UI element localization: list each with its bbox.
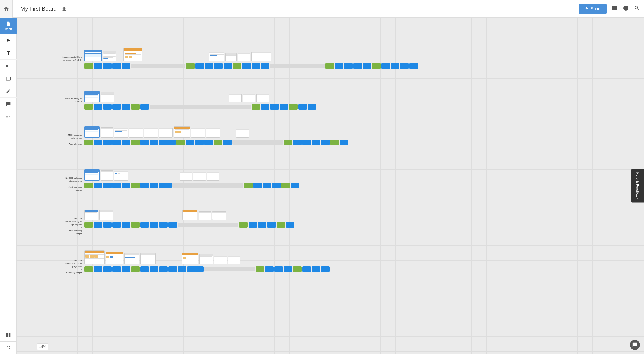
card[interactable]	[94, 140, 102, 145]
comment-tool[interactable]	[0, 98, 17, 110]
card[interactable]	[131, 104, 140, 110]
card[interactable]	[302, 140, 311, 145]
card[interactable]	[293, 140, 302, 145]
card[interactable]	[140, 222, 149, 228]
card[interactable]	[253, 183, 262, 188]
card[interactable]	[289, 104, 298, 110]
card[interactable]	[286, 222, 294, 228]
card[interactable]	[178, 266, 186, 272]
shape-tool[interactable]	[0, 60, 17, 72]
card[interactable]	[103, 183, 112, 188]
card[interactable]	[140, 104, 149, 110]
card[interactable]	[409, 63, 418, 69]
card[interactable]	[277, 222, 285, 228]
card[interactable]	[112, 266, 121, 272]
card[interactable]	[214, 63, 223, 69]
card[interactable]	[391, 63, 399, 69]
card[interactable]	[233, 63, 241, 69]
pen-tool[interactable]	[0, 85, 17, 98]
card[interactable]	[112, 183, 121, 188]
card[interactable]	[186, 63, 195, 69]
card[interactable]	[103, 63, 112, 69]
card[interactable]	[261, 63, 269, 69]
card[interactable]	[263, 183, 271, 188]
card[interactable]	[223, 140, 232, 145]
text-tool[interactable]: T	[0, 47, 17, 60]
card[interactable]	[258, 222, 266, 228]
search-icon[interactable]	[634, 5, 640, 12]
card[interactable]	[140, 183, 149, 188]
card[interactable]	[344, 63, 353, 69]
card[interactable]	[187, 266, 204, 272]
card[interactable]	[84, 140, 93, 145]
card[interactable]	[131, 140, 140, 145]
grid-view-tool[interactable]	[0, 329, 17, 341]
card[interactable]	[267, 222, 276, 228]
card[interactable]	[131, 183, 140, 188]
rectangle-tool[interactable]	[0, 72, 17, 85]
card[interactable]	[195, 140, 204, 145]
card[interactable]	[249, 222, 257, 228]
card[interactable]	[103, 140, 112, 145]
card[interactable]	[265, 266, 274, 272]
card[interactable]	[159, 266, 168, 272]
card[interactable]	[150, 140, 158, 145]
card[interactable]	[140, 266, 149, 272]
home-button[interactable]	[0, 0, 13, 18]
card[interactable]	[353, 63, 362, 69]
card[interactable]	[302, 266, 311, 272]
card[interactable]	[298, 104, 307, 110]
card[interactable]	[112, 104, 121, 110]
card[interactable]	[205, 63, 213, 69]
card[interactable]	[312, 266, 320, 272]
card[interactable]	[176, 140, 185, 145]
card[interactable]	[261, 104, 269, 110]
card[interactable]	[168, 222, 177, 228]
card[interactable]	[308, 104, 316, 110]
card[interactable]	[159, 222, 168, 228]
card[interactable]	[270, 104, 279, 110]
card[interactable]	[84, 104, 93, 110]
card[interactable]	[84, 222, 93, 228]
card[interactable]	[252, 104, 260, 110]
card[interactable]	[150, 222, 158, 228]
card[interactable]	[122, 183, 130, 188]
card[interactable]	[400, 63, 409, 69]
card[interactable]	[281, 183, 290, 188]
card[interactable]	[256, 266, 264, 272]
card[interactable]	[204, 140, 213, 145]
share-button[interactable]: Share	[579, 4, 607, 14]
card[interactable]	[122, 266, 130, 272]
card[interactable]	[103, 266, 112, 272]
card[interactable]	[103, 222, 112, 228]
card[interactable]	[84, 266, 93, 272]
card[interactable]	[168, 266, 177, 272]
card[interactable]	[112, 63, 121, 69]
card[interactable]	[150, 266, 158, 272]
card[interactable]	[321, 140, 330, 145]
card[interactable]	[112, 140, 121, 145]
card[interactable]	[335, 63, 343, 69]
card[interactable]	[131, 222, 140, 228]
card[interactable]	[381, 63, 390, 69]
card[interactable]	[274, 266, 283, 272]
card[interactable]	[280, 104, 288, 110]
card[interactable]	[252, 63, 260, 69]
card[interactable]	[122, 140, 130, 145]
card[interactable]	[94, 63, 102, 69]
card[interactable]	[321, 266, 330, 272]
undo-tool[interactable]	[0, 110, 17, 123]
insert-button[interactable]: Insert	[0, 18, 17, 34]
card[interactable]	[131, 266, 140, 272]
card[interactable]	[122, 104, 130, 110]
card[interactable]	[272, 183, 281, 188]
card[interactable]	[84, 63, 93, 69]
card[interactable]	[122, 222, 130, 228]
card[interactable]	[94, 104, 102, 110]
info-icon[interactable]	[623, 5, 629, 12]
comments-icon[interactable]	[612, 5, 618, 12]
card[interactable]	[312, 140, 320, 145]
card[interactable]	[372, 63, 381, 69]
card[interactable]	[214, 140, 222, 145]
card[interactable]	[122, 63, 130, 69]
